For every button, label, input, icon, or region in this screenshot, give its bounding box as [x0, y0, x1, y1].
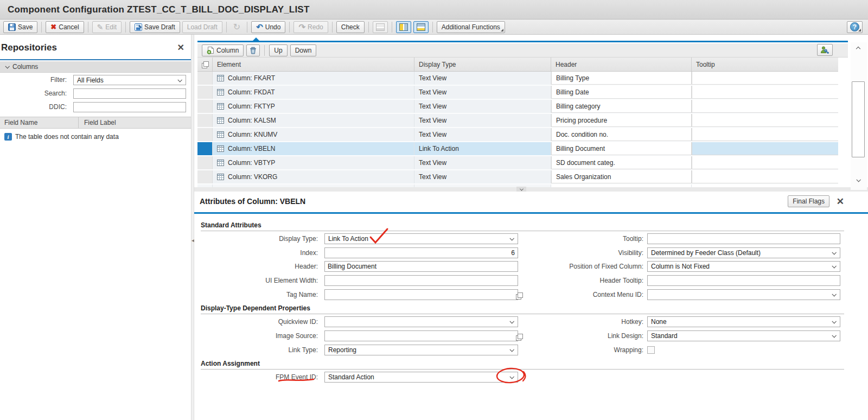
header-cell[interactable]: Billing Document [551, 142, 692, 155]
edit-button[interactable]: ✎ Edit [92, 21, 122, 33]
refresh-button[interactable]: ↻ [231, 21, 243, 33]
tooltip-cell[interactable] [692, 170, 838, 183]
table-row-fkart[interactable]: Column: FKART Text View Billing Type [197, 72, 838, 86]
row-selector[interactable] [197, 86, 213, 99]
move-down-button[interactable]: Down [290, 44, 317, 56]
hotkey-select[interactable]: None [647, 316, 840, 327]
wrapping-checkbox[interactable] [647, 346, 655, 354]
tooltip-cell[interactable] [692, 72, 838, 85]
header-cell[interactable]: SD document categ. [551, 156, 692, 169]
scrollbar-thumb[interactable] [852, 81, 865, 157]
tooltip-input[interactable] [647, 233, 840, 244]
add-column-button[interactable]: Column [202, 44, 244, 56]
layout-vertical-split-button[interactable] [396, 21, 411, 33]
select-all-header-cell[interactable] [197, 58, 213, 71]
repositories-close-icon[interactable]: ✕ [177, 42, 184, 53]
link-design-select[interactable]: Standard [647, 330, 840, 341]
chevron-down-icon [832, 333, 836, 338]
cancel-icon: ✖ [50, 23, 56, 31]
tooltip-cell[interactable] [692, 114, 838, 127]
personalization-button[interactable] [817, 44, 833, 56]
table-row-vkorg[interactable]: Column: VKORG Text View Sales Organizati… [197, 170, 838, 184]
table-row-fkdat[interactable]: Column: FKDAT Text View Billing Date [197, 86, 838, 100]
row-selector[interactable] [197, 128, 213, 141]
link-type-label: Link Type: [194, 345, 318, 355]
tag-name-input[interactable] [324, 289, 518, 300]
tooltip-cell[interactable] [692, 128, 838, 141]
load-draft-button[interactable]: Load Draft [182, 21, 222, 33]
help-button[interactable]: ? [847, 21, 863, 33]
ui-element-width-input[interactable] [324, 275, 518, 286]
delete-column-button[interactable] [246, 44, 260, 56]
header-cell[interactable]: Pricing procedure [551, 114, 692, 127]
row-selector[interactable] [197, 170, 213, 183]
layout-horizontal-split-button[interactable] [413, 21, 429, 33]
ddic-input[interactable] [73, 102, 186, 112]
final-flags-button[interactable]: Final Flags [788, 195, 829, 207]
table-row-knumv[interactable]: Column: KNUMV Text View Doc. condition n… [197, 128, 838, 142]
table-row-fktyp[interactable]: Column: FKTYP Text View Billing category [197, 100, 838, 114]
check-button[interactable]: Check [336, 21, 365, 33]
additional-functions-button[interactable]: Additional Functions [437, 21, 505, 33]
repository-grid-header: Field Name Field Label [0, 117, 191, 129]
table-row-vbeln-selected[interactable]: Column: VBELN Link To Action Billing Doc… [197, 142, 838, 156]
context-menu-select[interactable] [647, 289, 840, 300]
column-icon [217, 131, 224, 138]
field-name-column-header[interactable]: Field Name [0, 117, 79, 128]
attributes-close-icon[interactable]: ✕ [837, 196, 844, 207]
fpm-event-select[interactable]: Standard Action [324, 372, 518, 383]
row-selector[interactable] [197, 156, 213, 169]
element-cell: Column: VKORG [228, 173, 277, 181]
horizontal-splitter[interactable] [194, 187, 868, 192]
index-input[interactable] [324, 247, 518, 258]
table-row-vbtyp[interactable]: Column: VBTYP Text View SD document cate… [197, 156, 838, 170]
row-selector[interactable] [197, 72, 213, 85]
display-type-select[interactable]: Link To Action [324, 233, 518, 244]
header-cell[interactable]: Sales Organization [551, 170, 692, 183]
display-type-column-header[interactable]: Display Type [414, 58, 551, 71]
tag-name-label: Tag Name: [194, 289, 318, 300]
scroll-down-icon[interactable] [854, 176, 863, 184]
field-label-column-header[interactable]: Field Label [79, 117, 191, 128]
tooltip-cell[interactable] [692, 86, 838, 99]
quickview-select[interactable] [324, 316, 518, 327]
search-input[interactable] [73, 88, 186, 99]
dependent-properties-section-title: Display-Type Dependent Properties [201, 304, 310, 312]
layout-rows-button[interactable] [373, 21, 388, 33]
header-input[interactable] [324, 261, 518, 272]
header-cell[interactable]: Billing category [551, 100, 692, 113]
filter-select[interactable]: All Fields [73, 75, 186, 85]
header-cell[interactable]: Billing Date [551, 86, 692, 99]
image-source-input[interactable] [324, 330, 518, 341]
header-tooltip-label: Header Tooltip: [514, 275, 643, 286]
tooltip-cell[interactable] [692, 142, 838, 155]
quickview-label: Quickview ID: [194, 316, 318, 327]
filter-label: Filter: [7, 75, 67, 85]
link-type-select[interactable]: Reporting [324, 345, 518, 355]
header-cell[interactable]: Doc. condition no. [551, 128, 692, 141]
row-selector[interactable] [197, 142, 213, 155]
redo-button[interactable]: ↷ Redo [293, 21, 328, 33]
columns-section-header[interactable]: Columns [0, 61, 191, 73]
table-scrollbar[interactable] [851, 42, 867, 190]
trash-icon [250, 47, 257, 54]
tooltip-cell[interactable] [692, 100, 838, 113]
header-column-header[interactable]: Header [551, 58, 692, 71]
tooltip-column-header[interactable]: Tooltip [692, 58, 838, 71]
row-selector[interactable] [197, 100, 213, 113]
user-settings-icon [820, 46, 829, 54]
visibility-select[interactable]: Determined by Feeder Class (Default) [647, 247, 840, 258]
save-button[interactable]: Save [3, 21, 37, 33]
header-tooltip-input[interactable] [647, 275, 840, 286]
fixed-column-select[interactable]: Column is Not Fixed [647, 261, 840, 272]
save-draft-button[interactable]: Save Draft [130, 21, 180, 33]
cancel-button[interactable]: ✖ Cancel [46, 21, 84, 33]
scroll-up-icon[interactable] [854, 44, 863, 53]
row-selector[interactable] [197, 114, 213, 127]
table-row-kalsm[interactable]: Column: KALSM Text View Pricing procedur… [197, 114, 838, 128]
undo-button[interactable]: ↶ Undo [251, 21, 285, 33]
move-up-button[interactable]: Up [269, 44, 287, 56]
header-cell[interactable]: Billing Type [551, 72, 692, 85]
element-column-header[interactable]: Element [213, 58, 414, 71]
tooltip-cell[interactable] [692, 156, 838, 169]
